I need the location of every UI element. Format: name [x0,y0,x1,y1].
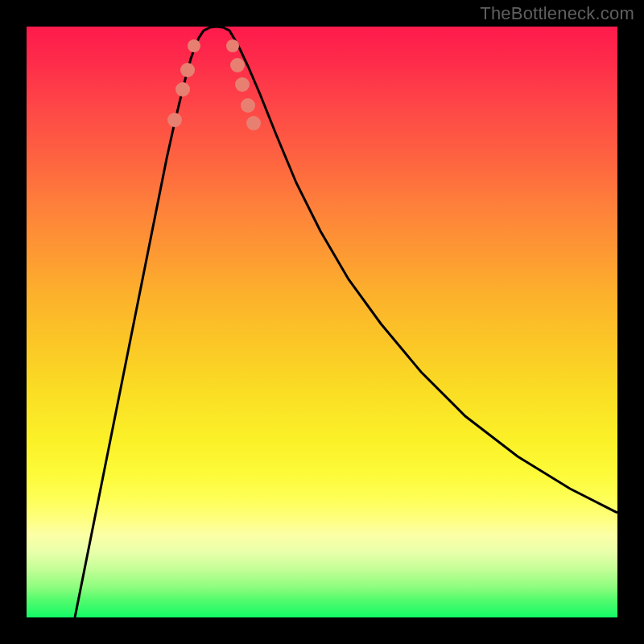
curve-marker [226,39,239,52]
bottleneck-curve [75,27,617,617]
curve-markers [167,39,261,130]
curve-marker [175,82,190,97]
curve-marker [246,116,261,130]
curve-marker [241,98,255,113]
curve-marker [188,39,200,52]
curve-marker [167,113,182,127]
curve-marker [230,58,245,72]
plot-area [27,27,617,617]
curve-marker [180,63,195,77]
chart-frame: TheBottleneck.com [0,0,644,644]
watermark-text: TheBottleneck.com [480,3,634,24]
curve-marker [235,77,250,92]
curve-svg [27,27,617,617]
